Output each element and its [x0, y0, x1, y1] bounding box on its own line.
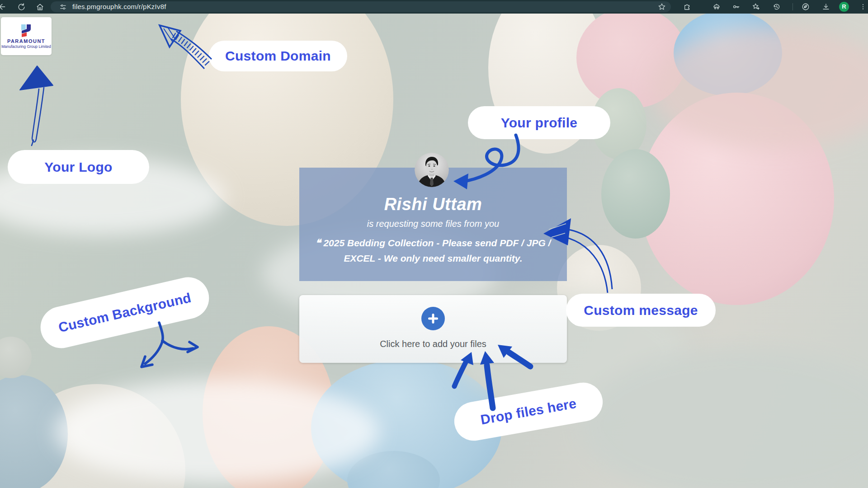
file-drop-zone[interactable]: Click here to add your files	[299, 295, 567, 363]
site-info-icon[interactable]	[57, 1, 68, 12]
menu-kebab-icon[interactable]	[858, 1, 868, 12]
custom-message-text: ❝2025 Bedding Collection - Please send P…	[311, 235, 555, 266]
logo-mark	[20, 23, 33, 37]
file-request-page: PARAMOUNT Manufacturing Group Limited	[0, 14, 868, 488]
bookmark-sparkle-icon[interactable]	[750, 1, 761, 12]
annotation-custom-message: Custom message	[566, 294, 716, 327]
download-icon[interactable]	[821, 1, 831, 12]
energy-saver-leaf-icon[interactable]	[800, 1, 811, 12]
your-logo-arrow	[20, 66, 53, 145]
background-sphere	[0, 337, 32, 378]
requester-avatar	[415, 153, 449, 187]
services-icon[interactable]	[711, 1, 722, 12]
annotation-custom-background: Custom Background	[37, 273, 213, 352]
annotation-custom-domain: Custom Domain	[209, 41, 347, 71]
password-key-icon[interactable]	[731, 1, 741, 12]
background-sphere	[601, 149, 670, 239]
custom-background-arrow	[142, 323, 198, 367]
history-icon[interactable]	[771, 1, 782, 12]
extension-icon[interactable]	[682, 1, 693, 12]
company-logo: PARAMOUNT Manufacturing Group Limited	[1, 17, 52, 55]
toolbar-divider	[793, 3, 793, 10]
annotation-your-profile: Your profile	[468, 106, 610, 139]
add-files-button[interactable]	[421, 307, 445, 330]
request-subtitle: is requesting some files from you	[299, 219, 567, 229]
browser-profile-avatar[interactable]: R	[839, 2, 849, 12]
logo-subtitle: Manufacturing Group Limited	[1, 44, 51, 49]
file-request-card: Rishi Uttam is requesting some files fro…	[299, 168, 567, 281]
home-icon[interactable]	[34, 1, 45, 12]
plus-icon	[427, 313, 439, 324]
browser-toolbar: files.pmgrouphk.com/r/pKzIv8f R	[0, 0, 868, 14]
back-icon[interactable]	[0, 1, 7, 12]
bookmark-star-icon[interactable]	[656, 1, 667, 12]
reload-icon[interactable]	[16, 1, 27, 12]
quote-icon: ❝	[316, 237, 321, 249]
logo-title: PARAMOUNT	[7, 38, 45, 44]
url-text[interactable]: files.pmgrouphk.com/r/pKzIv8f	[72, 0, 166, 14]
cloud	[54, 380, 380, 483]
browser-window: files.pmgrouphk.com/r/pKzIv8f R	[0, 0, 868, 488]
upload-label: Click here to add your files	[299, 339, 567, 349]
annotation-your-logo: Your Logo	[8, 150, 149, 184]
requester-name: Rishi Uttam	[299, 195, 567, 214]
